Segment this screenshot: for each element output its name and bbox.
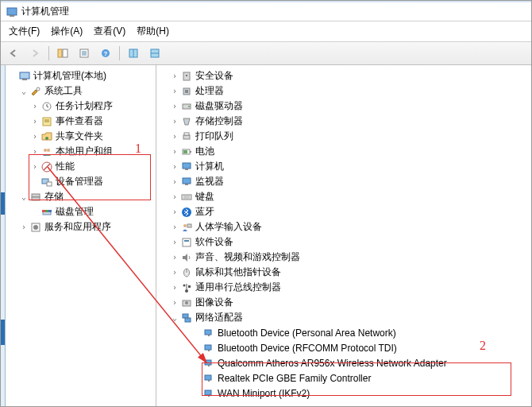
category-security[interactable]: ›安全设备 [158, 68, 530, 83]
category-label: 安全设备 [195, 69, 233, 83]
device-label: Bluetooth Device (Personal Area Network) [218, 328, 396, 339]
category-label: 存储控制器 [195, 114, 243, 128]
annotation-arrow [40, 159, 222, 374]
svg-rect-43 [184, 133, 189, 135]
svg-rect-42 [183, 135, 190, 139]
computer-icon [18, 70, 31, 83]
svg-point-16 [37, 87, 40, 91]
security-icon [180, 70, 193, 83]
expander-icon[interactable]: › [169, 147, 180, 156]
category-printer[interactable]: ›打印队列 [158, 129, 530, 144]
left-strip [1, 65, 6, 406]
svg-rect-1 [10, 15, 14, 17]
device-label: Realtek PCIe GBE Family Controller [218, 373, 371, 384]
window-title: 计算机管理 [21, 5, 69, 18]
device-label: WAN Miniport (IKFv2) [218, 388, 310, 399]
expander-icon[interactable]: › [18, 223, 29, 231]
properties-button[interactable] [75, 45, 94, 62]
menu-action[interactable]: 操作(A) [46, 23, 87, 40]
svg-point-37 [186, 75, 187, 76]
network-device[interactable]: WAN Miniport (IKFv2) [158, 386, 530, 401]
svg-rect-76 [205, 375, 211, 380]
cpu-icon [180, 85, 193, 98]
expander-icon[interactable]: ⌄ [18, 87, 29, 95]
device-label: Bluetooth Device (RFCOMM Protocol TDI) [218, 343, 397, 354]
expander-icon[interactable]: › [169, 72, 180, 80]
svg-rect-78 [205, 390, 211, 395]
forward-button[interactable] [25, 45, 44, 62]
storage-icon [180, 115, 193, 128]
help-button[interactable]: ? [96, 45, 115, 62]
menubar: 文件(F) 操作(A) 查看(V) 帮助(H) [1, 21, 531, 42]
menu-help[interactable]: 帮助(H) [132, 23, 174, 40]
tree-group-systools[interactable]: ⌄ 系统工具 [7, 83, 154, 99]
svg-text:?: ? [104, 50, 108, 57]
toolbar: ? [1, 42, 531, 65]
category-label: 磁盘驱动器 [195, 99, 243, 113]
svg-rect-15 [22, 79, 27, 80]
tree-item-users[interactable]: ›本地用户和组 [7, 144, 154, 159]
device-label: Qualcomm Atheros AR956x Wireless Network… [218, 358, 447, 369]
expander-icon[interactable]: ⌄ [18, 192, 29, 201]
netdev-icon [202, 387, 215, 400]
svg-point-23 [47, 149, 50, 152]
expander-icon[interactable]: › [169, 117, 180, 126]
app-icon [6, 6, 18, 18]
tree-item-shares[interactable]: ›共享文件夹 [7, 129, 154, 144]
view-detail-button[interactable] [124, 45, 143, 62]
category-label: 电池 [195, 145, 214, 158]
back-button[interactable] [4, 45, 23, 62]
svg-rect-2 [58, 49, 62, 57]
svg-rect-46 [183, 150, 187, 153]
printer-icon [180, 130, 193, 143]
menu-view[interactable]: 查看(V) [89, 23, 130, 40]
drive-icon [180, 100, 193, 113]
svg-rect-39 [185, 90, 188, 93]
category-label: 打印队列 [195, 130, 233, 143]
svg-rect-3 [63, 49, 67, 57]
svg-point-41 [188, 106, 190, 107]
svg-line-80 [48, 167, 206, 362]
folder-shared-icon [40, 130, 53, 143]
titlebar: 计算机管理 [1, 2, 531, 21]
expander-icon[interactable]: › [169, 87, 180, 95]
battery-icon [180, 145, 193, 158]
svg-rect-77 [208, 380, 210, 382]
svg-point-22 [44, 149, 47, 152]
users-icon [40, 145, 53, 158]
tools-icon [29, 85, 42, 98]
view-list-button[interactable] [145, 45, 164, 62]
category-label: 处理器 [195, 84, 224, 98]
svg-rect-79 [208, 395, 210, 397]
svg-rect-28 [32, 194, 40, 197]
tree-item-scheduler[interactable]: ›任务计划程序 [7, 99, 154, 114]
menu-file[interactable]: 文件(F) [4, 23, 44, 40]
show-hide-button[interactable] [53, 45, 72, 62]
svg-point-21 [45, 137, 48, 140]
svg-rect-14 [20, 72, 29, 79]
svg-point-35 [33, 225, 38, 230]
category-drive[interactable]: ›磁盘驱动器 [158, 99, 530, 114]
svg-rect-29 [32, 197, 40, 200]
tree-item-events[interactable]: ›事件查看器 [7, 114, 154, 129]
expander-icon[interactable]: › [169, 102, 180, 110]
tree-root-label: 计算机管理(本地) [33, 69, 106, 83]
svg-rect-45 [190, 151, 191, 153]
event-icon [40, 115, 53, 128]
category-storage[interactable]: ›存储控制器 [158, 114, 530, 129]
tree-root[interactable]: 计算机管理(本地) [7, 68, 154, 83]
svg-rect-0 [7, 8, 17, 15]
category-battery[interactable]: ›电池 [158, 144, 530, 159]
category-cpu[interactable]: ›处理器 [158, 83, 530, 99]
clock-icon [40, 100, 53, 113]
expander-icon[interactable]: › [169, 132, 180, 141]
